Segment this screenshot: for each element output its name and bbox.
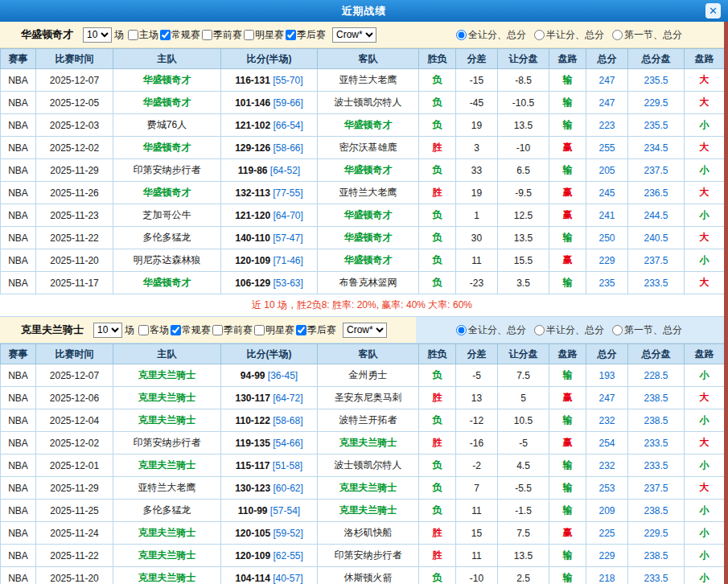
column-header: 主队 bbox=[113, 344, 221, 364]
col-date: 2025-11-22 bbox=[36, 545, 113, 567]
filter-radio-option[interactable]: 第一节、总分 bbox=[612, 323, 682, 337]
col-league: NBA bbox=[1, 69, 36, 92]
col-handicap-result: 输 bbox=[549, 114, 586, 137]
col-total-result: 小 bbox=[685, 545, 725, 567]
filter-radio[interactable] bbox=[534, 325, 545, 335]
filter-checkbox[interactable] bbox=[296, 325, 306, 335]
filter-checkbox-option[interactable]: 常规赛 bbox=[160, 28, 200, 42]
col-handicap: 13.5 bbox=[498, 227, 549, 249]
col-total-line: 238.5 bbox=[628, 545, 685, 567]
col-total-points: 235 bbox=[586, 272, 628, 294]
col-date: 2025-11-20 bbox=[36, 567, 113, 584]
close-icon[interactable]: ✕ bbox=[705, 3, 721, 19]
col-total-line: 229.5 bbox=[628, 92, 685, 114]
col-point-diff: -16 bbox=[456, 432, 498, 454]
col-home-team: 克里夫兰骑士 bbox=[113, 567, 221, 584]
full-score: 140-110 bbox=[235, 232, 269, 244]
halftime-score: [58-66] bbox=[270, 142, 303, 154]
filter-checkbox-option[interactable]: 常规赛 bbox=[171, 323, 211, 337]
col-score: 104-114 [40-57] bbox=[221, 567, 318, 584]
col-handicap-result: 输 bbox=[549, 159, 586, 182]
filter-checkbox-option[interactable]: 季后赛 bbox=[296, 323, 336, 337]
col-result: 负 bbox=[419, 364, 456, 387]
col-league: NBA bbox=[1, 272, 36, 294]
col-total-points: 253 bbox=[586, 477, 628, 500]
filter-checkbox[interactable] bbox=[160, 30, 171, 40]
filter-checkbox-option[interactable]: 客场 bbox=[138, 323, 169, 337]
col-total-result: 大 bbox=[685, 272, 725, 294]
filter-radio[interactable] bbox=[456, 325, 467, 335]
col-away-team: 克里夫兰骑士 bbox=[318, 477, 419, 500]
col-away-team: 华盛顿奇才 bbox=[318, 159, 419, 182]
filter-radio-option[interactable]: 半让分、总分 bbox=[534, 28, 604, 42]
col-result: 负 bbox=[419, 159, 456, 182]
filter-radio-option[interactable]: 第一节、总分 bbox=[612, 28, 682, 42]
filter-radio[interactable] bbox=[456, 30, 467, 40]
col-total-line: 233.5 bbox=[628, 567, 685, 584]
col-score: 120-105 [59-52] bbox=[221, 522, 318, 545]
filter-checkbox-option[interactable]: 季前赛 bbox=[212, 323, 253, 337]
column-header: 客队 bbox=[318, 344, 419, 364]
column-header: 总分 bbox=[586, 344, 628, 364]
filter-checkbox-option[interactable]: 明星赛 bbox=[244, 28, 284, 42]
filter-checkbox[interactable] bbox=[244, 30, 254, 40]
column-header: 比分(半场) bbox=[221, 49, 318, 69]
col-handicap: 6.5 bbox=[498, 159, 549, 182]
col-point-diff: 11 bbox=[456, 545, 498, 567]
panel-header: 近期战绩 ✕ bbox=[0, 0, 728, 22]
filter-checkbox[interactable] bbox=[128, 30, 138, 40]
filter-checkbox[interactable] bbox=[138, 325, 149, 335]
col-date: 2025-11-24 bbox=[36, 522, 113, 545]
col-result: 负 bbox=[419, 227, 456, 249]
filter-checkbox-option[interactable]: 季前赛 bbox=[202, 28, 242, 42]
filter-checkbox[interactable] bbox=[254, 325, 265, 335]
filter-radio-option[interactable]: 半让分、总分 bbox=[534, 323, 604, 337]
odds-provider-select[interactable]: Crow* bbox=[332, 27, 376, 43]
halftime-score: [66-54] bbox=[270, 120, 303, 131]
col-point-diff: 30 bbox=[456, 227, 498, 249]
filter-radio[interactable] bbox=[612, 325, 623, 335]
col-home-team: 明尼苏达森林狼 bbox=[113, 249, 221, 272]
col-away-team: 印第安纳步行者 bbox=[318, 545, 419, 567]
filter-radio[interactable] bbox=[534, 30, 545, 40]
halftime-score: [58-68] bbox=[270, 415, 303, 426]
col-result: 胜 bbox=[419, 387, 456, 409]
col-total-line: 237.5 bbox=[628, 159, 685, 182]
col-total-points: 255 bbox=[586, 137, 628, 159]
filter-radio-option[interactable]: 全让分、总分 bbox=[456, 323, 526, 337]
col-total-points: 209 bbox=[586, 500, 628, 522]
filter-checkbox-option[interactable]: 主场 bbox=[128, 28, 158, 42]
filter-checkbox[interactable] bbox=[286, 30, 296, 40]
col-total-result: 大 bbox=[685, 137, 725, 159]
filter-checkbox[interactable] bbox=[202, 30, 212, 40]
filter-checkbox-option[interactable]: 明星赛 bbox=[254, 323, 294, 337]
odds-provider-select[interactable]: Crow* bbox=[343, 323, 387, 338]
filter-radio-option[interactable]: 全让分、总分 bbox=[456, 28, 526, 42]
col-total-line: 234.5 bbox=[628, 137, 685, 159]
game-row: NBA2025-12-02华盛顿奇才129-126 [58-66]密尔沃基雄鹿胜… bbox=[1, 137, 725, 159]
col-result: 负 bbox=[419, 454, 456, 477]
col-total-result: 小 bbox=[685, 364, 725, 387]
results-table: 赛事比赛时间主队比分(半场)客队胜负分差让分盘盘路总分总分盘盘路 NBA2025… bbox=[0, 343, 725, 584]
col-score: 116-131 [55-70] bbox=[221, 69, 318, 92]
col-handicap-result: 输 bbox=[549, 364, 586, 387]
filter-checkbox[interactable] bbox=[171, 325, 181, 335]
games-count-select[interactable]: 10 bbox=[93, 323, 122, 338]
col-home-team: 华盛顿奇才 bbox=[113, 69, 221, 92]
col-handicap: -5 bbox=[498, 432, 549, 454]
col-home-team: 华盛顿奇才 bbox=[113, 272, 221, 294]
col-handicap: 12.5 bbox=[498, 204, 549, 227]
games-count-select[interactable]: 10 bbox=[83, 27, 112, 43]
col-league: NBA bbox=[1, 92, 36, 114]
column-header: 让分盘 bbox=[498, 344, 549, 364]
col-point-diff: 19 bbox=[456, 182, 498, 204]
col-total-line: 235.5 bbox=[628, 69, 685, 92]
col-point-diff: 15 bbox=[456, 522, 498, 545]
col-total-result: 小 bbox=[685, 500, 725, 522]
col-handicap: -1.5 bbox=[498, 500, 549, 522]
filter-radio[interactable] bbox=[612, 30, 623, 40]
col-total-line: 240.5 bbox=[628, 227, 685, 249]
filter-checkbox[interactable] bbox=[212, 325, 223, 335]
full-score: 110-122 bbox=[235, 415, 269, 426]
filter-checkbox-option[interactable]: 季后赛 bbox=[286, 28, 326, 42]
